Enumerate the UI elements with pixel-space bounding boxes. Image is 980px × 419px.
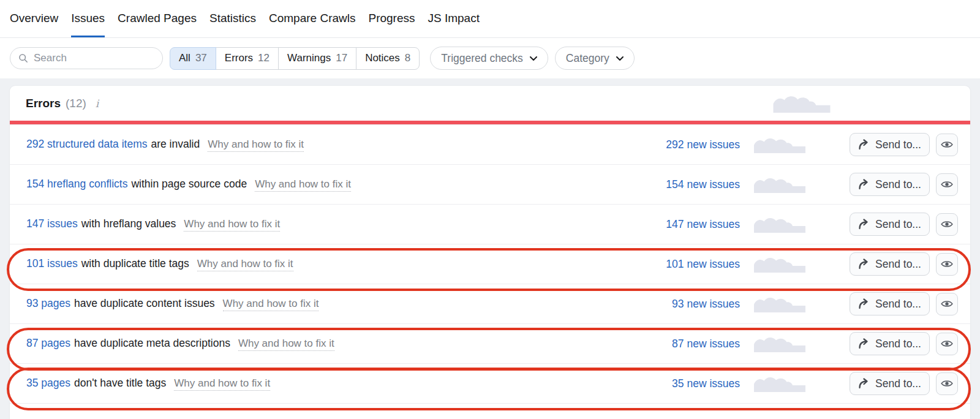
new-issues-link[interactable]: 154 new issues — [659, 178, 740, 191]
why-how-to-fix-link[interactable]: Why and how to fix it — [223, 298, 319, 311]
tab-overview[interactable]: Overview — [10, 0, 58, 37]
forward-arrow-icon — [858, 378, 870, 389]
issue-count-link[interactable]: 87 pages — [26, 337, 70, 350]
filter-notices[interactable]: Notices 8 — [356, 47, 420, 70]
new-issues-link[interactable]: 35 new issues — [659, 377, 740, 390]
filter-warnings[interactable]: Warnings 17 — [278, 47, 356, 70]
errors-card-header: Errors (12) i — [10, 86, 970, 121]
new-issues-link[interactable]: 93 new issues — [659, 298, 740, 311]
triggered-checks-label: Triggered checks — [441, 52, 523, 65]
filter-bar: All 37 Errors 12 Warnings 17 Notices 8 T… — [0, 38, 980, 78]
issue-row-partial — [10, 403, 970, 419]
filter-errors[interactable]: Errors 12 — [216, 47, 279, 70]
eye-button[interactable] — [936, 134, 958, 156]
send-to-button[interactable]: Send to... — [850, 372, 930, 395]
issue-text: with duplicate title tags — [81, 257, 189, 270]
tab-issues[interactable]: Issues — [71, 0, 105, 37]
search-icon — [18, 53, 28, 63]
tab-progress[interactable]: Progress — [368, 0, 415, 37]
send-to-label: Send to... — [875, 298, 921, 311]
issue-description: 87 pages have duplicate meta description… — [26, 337, 659, 351]
issue-count-link[interactable]: 35 pages — [26, 377, 70, 390]
search-box[interactable] — [10, 47, 163, 69]
issue-row: 93 pages have duplicate content issues W… — [10, 284, 970, 323]
issue-count-link[interactable]: 154 hreflang conflicts — [26, 178, 127, 191]
eye-button[interactable] — [936, 333, 958, 355]
skeleton-cloud — [754, 216, 805, 233]
send-to-button[interactable]: Send to... — [850, 133, 930, 156]
info-icon[interactable]: i — [96, 97, 99, 110]
forward-arrow-icon — [858, 179, 870, 190]
why-how-to-fix-link[interactable]: Why and how to fix it — [197, 258, 293, 271]
send-to-button[interactable]: Send to... — [850, 252, 930, 276]
send-to-button[interactable]: Send to... — [850, 173, 930, 196]
issue-text: with hreflang values — [81, 217, 176, 230]
eye-icon — [941, 140, 953, 149]
category-label: Category — [566, 52, 609, 65]
why-how-to-fix-link[interactable]: Why and how to fix it — [238, 338, 334, 351]
skeleton-cloud — [754, 136, 805, 153]
new-issues-link[interactable]: 101 new issues — [659, 258, 740, 271]
forward-arrow-icon — [858, 259, 870, 270]
send-to-label: Send to... — [875, 338, 921, 350]
issue-count-link[interactable]: 93 pages — [26, 297, 70, 310]
search-input[interactable] — [34, 52, 154, 64]
send-to-button[interactable]: Send to... — [850, 292, 930, 315]
issue-row: 35 pages don't have title tags Why and h… — [10, 363, 970, 403]
send-to-button[interactable]: Send to... — [850, 332, 930, 355]
send-to-label: Send to... — [875, 377, 921, 390]
issue-description: 154 hreflang conflicts within page sourc… — [26, 178, 659, 192]
issue-description: 147 issues with hreflang values Why and … — [26, 217, 659, 232]
new-issues-link[interactable]: 87 new issues — [659, 338, 740, 350]
tab-compare-crawls[interactable]: Compare Crawls — [269, 0, 355, 37]
eye-icon — [941, 339, 953, 348]
why-how-to-fix-link[interactable]: Why and how to fix it — [184, 218, 280, 232]
eye-button[interactable] — [936, 213, 958, 236]
issue-text: have duplicate meta descriptions — [74, 337, 230, 350]
issue-count-link[interactable]: 292 structured data items — [26, 138, 147, 151]
forward-arrow-icon — [858, 139, 870, 150]
issue-description: 35 pages don't have title tags Why and h… — [26, 377, 659, 391]
issue-row: 147 issues with hreflang values Why and … — [10, 204, 970, 244]
filter-warnings-count: 17 — [336, 52, 347, 64]
skeleton-cloud — [754, 375, 805, 392]
why-how-to-fix-link[interactable]: Why and how to fix it — [208, 138, 304, 152]
issue-text: don't have title tags — [74, 377, 166, 390]
section-title: Errors — [26, 97, 61, 110]
issue-text: within page source code — [131, 178, 247, 191]
category-dropdown[interactable]: Category — [555, 47, 635, 70]
forward-arrow-icon — [858, 219, 870, 230]
eye-button[interactable] — [936, 253, 958, 276]
new-issues-link[interactable]: 292 new issues — [659, 138, 740, 151]
severity-filter: All 37 Errors 12 Warnings 17 Notices 8 — [170, 47, 420, 70]
forward-arrow-icon — [858, 338, 870, 349]
skeleton-cloud — [754, 335, 805, 352]
eye-icon — [941, 220, 953, 228]
triggered-checks-dropdown[interactable]: Triggered checks — [430, 47, 548, 70]
issue-row: 292 structured data items are invalid Wh… — [10, 124, 970, 164]
send-to-button[interactable]: Send to... — [850, 213, 930, 236]
why-how-to-fix-link[interactable]: Why and how to fix it — [174, 377, 270, 391]
issue-count-link[interactable]: 101 issues — [26, 257, 78, 270]
issue-description: 101 issues with duplicate title tags Why… — [26, 257, 659, 271]
filter-notices-label: Notices — [365, 52, 400, 64]
issue-count-link[interactable]: 147 issues — [26, 217, 78, 230]
eye-icon — [941, 379, 953, 388]
skeleton-cloud — [754, 295, 805, 312]
eye-icon — [941, 260, 953, 268]
section-count: (12) — [66, 97, 86, 110]
eye-button[interactable] — [936, 173, 958, 196]
send-to-label: Send to... — [875, 218, 921, 231]
filter-all[interactable]: All 37 — [170, 47, 216, 70]
new-issues-link[interactable]: 147 new issues — [659, 218, 740, 231]
why-how-to-fix-link[interactable]: Why and how to fix it — [255, 178, 351, 192]
eye-button[interactable] — [936, 293, 958, 315]
forward-arrow-icon — [858, 298, 870, 309]
tab-js-impact[interactable]: JS Impact — [428, 0, 480, 37]
tab-crawled-pages[interactable]: Crawled Pages — [118, 0, 197, 37]
eye-button[interactable] — [936, 372, 958, 395]
filter-notices-count: 8 — [405, 52, 410, 64]
skeleton-cloud — [754, 176, 805, 193]
filter-errors-count: 12 — [258, 52, 270, 64]
tab-statistics[interactable]: Statistics — [209, 0, 256, 37]
